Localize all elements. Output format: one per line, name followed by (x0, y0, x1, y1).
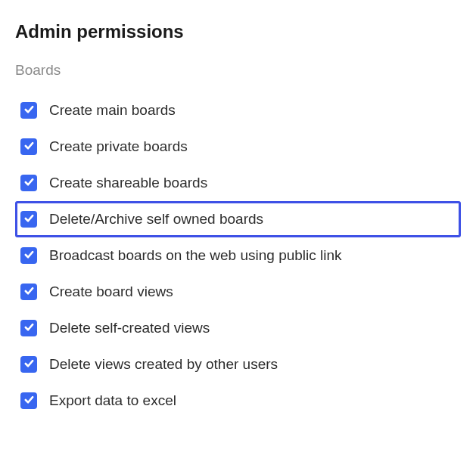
permission-label: Delete/Archive self owned boards (49, 211, 263, 228)
permission-label: Broadcast boards on the web using public… (49, 247, 342, 264)
permission-label: Create private boards (49, 138, 188, 155)
permission-row: Create shareable boards (15, 165, 461, 201)
check-icon (23, 249, 35, 263)
checkbox-create-main-boards[interactable] (20, 102, 37, 119)
permission-row: Delete self-created views (15, 310, 461, 346)
permission-row: Create board views (15, 274, 461, 310)
check-icon (23, 212, 35, 227)
permission-row: Create main boards (15, 92, 461, 129)
permission-row: Delete views created by other users (15, 346, 461, 383)
checkbox-create-shareable-boards[interactable] (20, 175, 37, 191)
permission-label: Create shareable boards (49, 175, 207, 191)
checkbox-broadcast-boards-public-link[interactable] (20, 247, 37, 264)
permission-label: Create main boards (49, 102, 176, 119)
check-icon (23, 176, 35, 191)
check-icon (23, 140, 35, 154)
page-title: Admin permissions (15, 21, 461, 42)
checkbox-create-board-views[interactable] (20, 284, 37, 300)
check-icon (23, 104, 35, 118)
permission-row: Broadcast boards on the web using public… (15, 237, 461, 274)
permission-label: Delete self-created views (49, 320, 210, 336)
permission-label: Delete views created by other users (49, 356, 278, 373)
check-icon (23, 358, 35, 372)
checkbox-delete-views-other-users[interactable] (20, 356, 37, 373)
checkbox-delete-self-created-views[interactable] (20, 320, 37, 336)
permission-label: Create board views (49, 284, 173, 300)
checkbox-create-private-boards[interactable] (20, 138, 37, 155)
permission-row-highlighted: Delete/Archive self owned boards (15, 201, 461, 237)
permissions-list: Create main boards Create private boards… (15, 92, 461, 419)
checkbox-delete-archive-self-owned-boards[interactable] (20, 211, 37, 228)
permission-label: Export data to excel (49, 392, 176, 409)
check-icon (23, 285, 35, 299)
check-icon (23, 321, 35, 336)
checkbox-export-data-excel[interactable] (20, 392, 37, 409)
permission-row: Export data to excel (15, 383, 461, 419)
section-heading: Boards (15, 62, 461, 79)
permission-row: Create private boards (15, 129, 461, 165)
check-icon (23, 394, 35, 408)
